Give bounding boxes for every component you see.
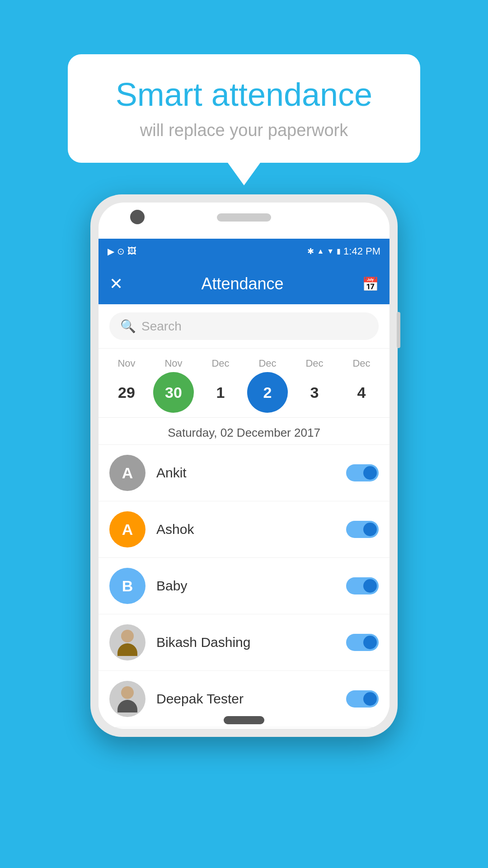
cal-day-30[interactable]: 30	[153, 372, 194, 413]
avatar-ankit: A	[109, 455, 145, 491]
cal-day-2[interactable]: 2	[247, 372, 288, 413]
toggle-bikash[interactable]	[346, 634, 379, 651]
speech-bubble: Smart attendance will replace your paper…	[68, 54, 420, 163]
toggle-deepak[interactable]	[346, 690, 379, 708]
cal-month-5: Dec	[341, 358, 382, 369]
attendance-left-ashok: A Ashok	[109, 511, 194, 547]
phone-frame: ▶ ⊙ 🖼 ✱ ▲ ▼ ▮ 1:42 PM ✕ Attendance 📅 🔍 S…	[90, 194, 398, 737]
attendance-left-baby: B Baby	[109, 568, 187, 604]
attendance-list: A Ankit A Ashok B Baby	[99, 445, 389, 727]
cal-month-3: Dec	[247, 358, 288, 369]
phone-speaker	[217, 213, 271, 222]
home-button[interactable]	[224, 716, 264, 724]
search-input[interactable]: Search	[141, 319, 182, 334]
status-time: 1:42 PM	[343, 245, 380, 257]
phone-camera	[130, 210, 145, 224]
person-name-ankit: Ankit	[156, 465, 187, 481]
cal-month-4: Dec	[294, 358, 335, 369]
status-icon-2: ⊙	[117, 246, 125, 257]
person-name-bikash: Bikash Dashing	[156, 635, 250, 650]
cal-month-2: Dec	[200, 358, 241, 369]
attendance-left-ankit: A Ankit	[109, 455, 187, 491]
attendance-item-ashok: A Ashok	[99, 501, 389, 558]
bubble-subtitle: will replace your paperwork	[95, 121, 393, 140]
battery-icon: ▮	[337, 247, 341, 255]
person-name-deepak: Deepak Tester	[156, 691, 244, 707]
status-icons-left: ▶ ⊙ 🖼	[108, 246, 136, 257]
speech-bubble-arrow	[228, 163, 260, 185]
cal-day-3[interactable]: 3	[294, 372, 335, 413]
attendance-left-bikash: Bikash Dashing	[109, 624, 250, 660]
status-icon-1: ▶	[108, 246, 114, 257]
search-container: 🔍 Search	[99, 304, 389, 349]
wifi-icon: ▼	[327, 247, 334, 255]
search-input-wrap[interactable]: 🔍 Search	[109, 312, 379, 340]
person-name-ashok: Ashok	[156, 522, 194, 537]
app-title: Attendance	[201, 274, 283, 293]
toggle-ashok[interactable]	[346, 521, 379, 538]
cal-month-1: Nov	[153, 358, 194, 369]
attendance-item-bikash: Bikash Dashing	[99, 614, 389, 671]
cal-day-1[interactable]: 1	[200, 372, 241, 413]
status-bar: ▶ ⊙ 🖼 ✱ ▲ ▼ ▮ 1:42 PM	[99, 239, 389, 264]
status-icon-3: 🖼	[127, 246, 136, 256]
cal-day-4[interactable]: 4	[341, 372, 382, 413]
avatar-baby: B	[109, 568, 145, 604]
speech-bubble-container: Smart attendance will replace your paper…	[68, 54, 420, 185]
signal-icon: ▲	[317, 247, 324, 255]
person-name-baby: Baby	[156, 578, 187, 594]
attendance-item-ankit: A Ankit	[99, 445, 389, 501]
cal-month-0: Nov	[106, 358, 147, 369]
status-icons-right: ✱ ▲ ▼ ▮ 1:42 PM	[307, 245, 380, 257]
calendar-days-row: 29 30 1 2 3 4	[103, 372, 385, 413]
search-icon: 🔍	[120, 319, 136, 334]
toggle-baby[interactable]	[346, 577, 379, 594]
app-bar: ✕ Attendance 📅	[99, 264, 389, 304]
bubble-title: Smart attendance	[95, 77, 393, 113]
cal-day-29[interactable]: 29	[106, 372, 147, 413]
toggle-ankit[interactable]	[346, 464, 379, 481]
calendar-strip: Nov Nov Dec Dec Dec Dec 29 30 1 2 3 4	[99, 349, 389, 418]
avatar-bikash	[109, 624, 145, 660]
bluetooth-icon: ✱	[307, 246, 314, 256]
calendar-months-row: Nov Nov Dec Dec Dec Dec	[103, 358, 385, 369]
phone-screen: ▶ ⊙ 🖼 ✱ ▲ ▼ ▮ 1:42 PM ✕ Attendance 📅 🔍 S…	[99, 203, 389, 729]
close-button[interactable]: ✕	[109, 274, 123, 293]
selected-date-label: Saturday, 02 December 2017	[99, 418, 389, 445]
avatar-ashok: A	[109, 511, 145, 547]
avatar-deepak	[109, 681, 145, 717]
phone-side-button	[397, 312, 400, 348]
calendar-icon[interactable]: 📅	[362, 276, 379, 292]
attendance-left-deepak: Deepak Tester	[109, 681, 244, 717]
attendance-item-baby: B Baby	[99, 558, 389, 614]
